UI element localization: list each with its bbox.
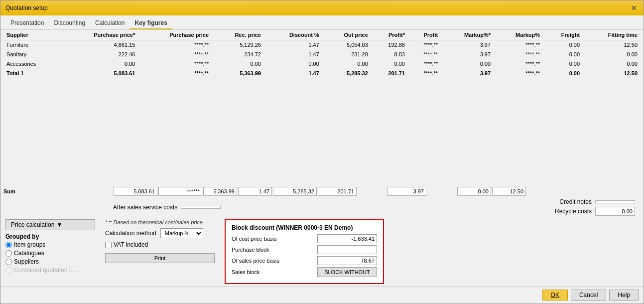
radio-catalogues[interactable]: Catalogues — [5, 250, 95, 257]
sum-row: Sum 5,083.61 ****** 5,363.99 1.47 5,285.… — [0, 185, 644, 197]
middle-panel: * = Based on theoretical cost/sales pric… — [105, 219, 215, 284]
purchase-block-field[interactable] — [317, 245, 377, 254]
radio-catalogues-input[interactable] — [5, 250, 12, 257]
cell-profit-star: 8.83 — [371, 50, 408, 59]
cell-supplier: Furniture — [3, 40, 61, 50]
sum-profit-star: 201.71 — [318, 187, 357, 196]
radio-item-groups-input[interactable] — [5, 242, 12, 248]
credit-notes-label: Credit notes — [559, 198, 592, 205]
credit-notes-row: Credit notes — [555, 198, 636, 205]
cell-rec: 234.72 — [212, 50, 264, 59]
cell-markup-star: 3.97 — [441, 69, 494, 78]
radio-catalogues-label: Catalogues — [14, 250, 44, 257]
radio-suppliers-input[interactable] — [5, 259, 12, 265]
dialog-title: Quotation setup — [5, 4, 48, 11]
of-sales-label: Of sales price basis — [232, 258, 317, 264]
vat-label: VAT included — [114, 241, 148, 248]
cell-pp: ****.** — [138, 40, 212, 50]
col-supplier: Supplier — [3, 30, 61, 40]
cell-pp-star: 0.00 — [61, 59, 138, 69]
quotation-setup-dialog: Quotation setup ✕ Presentation Discounti… — [0, 0, 644, 304]
sum-pp-star: 5,083.61 — [114, 187, 157, 196]
cell-markup-star: 0.00 — [441, 59, 494, 69]
cell-profit: ****.** — [408, 69, 441, 78]
of-cost-row: Of cost price basis — [232, 234, 377, 243]
cell-rec: 5,363.99 — [212, 69, 264, 78]
vat-checkbox[interactable] — [105, 242, 112, 248]
col-out-price: Out price — [322, 30, 371, 40]
col-profit-star: Profit* — [371, 30, 408, 40]
cell-profit-star: 201.71 — [371, 69, 408, 78]
table-row: Sanitary 222.46 ****.** 234.72 1.47 231.… — [3, 50, 641, 59]
cell-markup: ****.** — [494, 40, 543, 50]
radio-suppliers[interactable]: Suppliers — [5, 258, 95, 265]
col-markup: Markup% — [494, 30, 543, 40]
tab-calculation[interactable]: Calculation — [90, 17, 129, 29]
sum-markup-star: 3.97 — [387, 187, 426, 196]
cell-markup-star: 3.97 — [441, 40, 494, 50]
note-text: * = Based on theoretical cost/sales pric… — [105, 219, 215, 225]
after-costs-area: After sales service costs Credit notes R… — [0, 197, 644, 217]
price-calculation-button[interactable]: Price calculation ▼ — [5, 219, 95, 230]
cell-out: 0.00 — [322, 59, 371, 69]
radio-combined[interactable]: Combined quotation L... — [5, 267, 95, 274]
table-row-total: Total 1 5,083.61 ****.** 5,363.99 1.47 5… — [3, 69, 641, 78]
cell-pp-star: 4,861.15 — [61, 40, 138, 50]
tab-key-figures[interactable]: Key figures — [129, 17, 172, 29]
cell-profit: ****.** — [408, 59, 441, 69]
cell-disc: 1.47 — [264, 40, 322, 50]
radio-item-groups[interactable]: Item groups — [5, 241, 95, 248]
cell-supplier: Accessories — [3, 59, 61, 69]
cell-pp: ****.** — [138, 69, 212, 78]
cell-pp-star: 222.46 — [61, 50, 138, 59]
cell-markup: ****.** — [494, 50, 543, 59]
footer: OK Cancel Help — [0, 286, 644, 304]
price-calc-label: Price calculation — [11, 221, 54, 228]
col-freight: Freight — [543, 30, 583, 40]
cell-markup: ****.** — [494, 69, 543, 78]
recycle-costs-label: Recycle costs — [555, 208, 592, 215]
ok-button[interactable]: OK — [542, 290, 568, 301]
help-button[interactable]: Help — [609, 290, 639, 301]
cell-profit-star: 192.88 — [371, 40, 408, 50]
key-figures-table: Supplier Purchase price* Purchase price … — [3, 30, 641, 78]
sales-block-row: Sales block BLOCK WITHOUT — [232, 267, 377, 277]
col-purchase-price: Purchase price — [138, 30, 212, 40]
cell-freight: 0.00 — [543, 69, 583, 78]
sum-pp: ****** — [158, 187, 202, 196]
col-fitting: Fitting time — [583, 30, 641, 40]
calc-method-select[interactable]: Markup % Discount % Net price — [160, 228, 203, 238]
sum-fitting: 12.50 — [492, 187, 526, 196]
left-panel: Price calculation ▼ Grouped by Item grou… — [5, 219, 95, 284]
cell-rec: 0.00 — [212, 59, 264, 69]
cell-markup: ****.** — [494, 59, 543, 69]
cell-supplier: Total 1 — [3, 69, 61, 78]
print-button[interactable]: Print — [105, 253, 215, 263]
tab-discounting[interactable]: Discounting — [49, 17, 90, 29]
after-sales-row: After sales service costs — [3, 204, 221, 211]
of-cost-field[interactable] — [317, 234, 377, 243]
purchase-block-row: Purchase block — [232, 245, 377, 254]
after-sales-label: After sales service costs — [113, 204, 177, 211]
tab-presentation[interactable]: Presentation — [5, 17, 49, 29]
radio-suppliers-label: Suppliers — [14, 258, 39, 265]
table-row: Accessories 0.00 ****.** 0.00 0.00 0.00 … — [3, 59, 641, 69]
radio-group: Item groups Catalogues Suppliers Co — [5, 241, 95, 274]
cell-out: 5,285.32 — [322, 69, 371, 78]
data-table-section: Supplier Purchase price* Purchase price … — [0, 30, 644, 78]
col-purchase-price-star: Purchase price* — [61, 30, 138, 40]
sales-block-button[interactable]: BLOCK WITHOUT — [317, 267, 377, 277]
cell-fitting: 0.00 — [583, 59, 641, 69]
radio-combined-input — [5, 267, 12, 274]
of-sales-row: Of sales price basis — [232, 256, 377, 265]
cell-markup-star: 3.97 — [441, 50, 494, 59]
cancel-button[interactable]: Cancel — [571, 290, 606, 301]
of-sales-field[interactable] — [317, 256, 377, 265]
grouped-by-label: Grouped by — [5, 233, 95, 240]
sum-label: Sum — [3, 188, 33, 194]
cell-freight: 0.00 — [543, 40, 583, 50]
cell-profit: ****.** — [408, 50, 441, 59]
sum-spacer3 — [427, 186, 457, 196]
sales-block-label: Sales block — [232, 269, 317, 275]
close-button[interactable]: ✕ — [630, 3, 639, 12]
